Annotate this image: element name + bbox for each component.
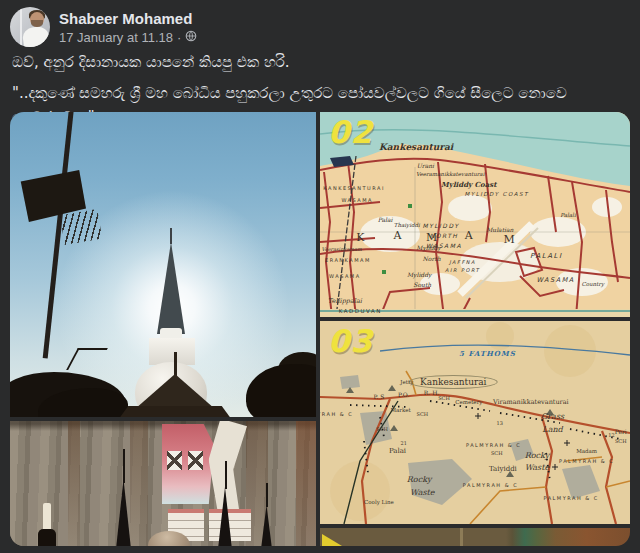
- map-label: WASAMA: [536, 276, 574, 284]
- map-label: Myliddy: [416, 244, 440, 251]
- map-label: Jetty: [400, 379, 413, 385]
- map-label: Palali: [560, 212, 575, 218]
- photo-map-02[interactable]: KankesanturaiUraniVeeramanikkatevanturai…: [320, 112, 630, 317]
- map-label: Urani: [417, 162, 434, 169]
- stupa-harmika: [149, 338, 195, 365]
- map-label: PALMYRAH & C: [543, 495, 598, 501]
- wall-streak: [68, 421, 80, 546]
- map-label: 12: [608, 432, 614, 438]
- map-label: 13: [497, 420, 503, 426]
- map-label: P.O.: [398, 391, 409, 398]
- map-label: 21: [401, 440, 407, 446]
- map-label: PALMYRAH & C: [463, 482, 518, 488]
- wall-streak: [130, 421, 148, 546]
- map-strip-line: [460, 528, 463, 546]
- map-label: Taiyiddi: [489, 465, 517, 473]
- map-label: MYLIDDY: [422, 221, 459, 228]
- map-label: M: [503, 233, 514, 246]
- map-label: A: [465, 229, 473, 242]
- map-label: Palai: [378, 215, 393, 222]
- map-label: Mulatian: [486, 225, 513, 232]
- map-label: Myliddy: [407, 270, 431, 277]
- map-label: SCH: [438, 395, 450, 401]
- map-label: Cooly Line: [364, 499, 394, 505]
- pagoda-roof-eave: [118, 406, 232, 417]
- antenna-silhouette: [66, 348, 108, 370]
- black-flag: [116, 479, 131, 546]
- map-label: 5 FATHOMS: [459, 349, 516, 358]
- post-header: Shabeer Mohamed 17 January at 11.18 ·: [10, 7, 197, 47]
- flag-pole: [123, 449, 125, 483]
- map-label: Rocky: [525, 450, 550, 459]
- map-label: Kankesanturai: [409, 375, 497, 389]
- author-name[interactable]: Shabeer Mohamed: [59, 9, 197, 28]
- map-label: Country: [582, 281, 605, 287]
- map-label: South: [413, 281, 431, 288]
- map-label: Myliddy Coast: [441, 179, 496, 188]
- map-label: PALALI: [530, 252, 562, 260]
- map-label: Cemetery: [455, 399, 482, 405]
- map-label: KADDUVAN: [339, 308, 382, 314]
- map-label: Madam: [576, 448, 597, 454]
- map-label: KANKESANTURAI: [323, 185, 385, 191]
- photo-map-03[interactable]: 5 FATHOMSKankesanturaiJettyP.O.R. H.P. S…: [320, 321, 630, 524]
- map-label: WASAMA: [329, 273, 361, 279]
- post-meta: 17 January at 11.18 ·: [59, 28, 197, 46]
- map-strip-yellow-wedge: [322, 534, 342, 546]
- white-post-base: [38, 529, 56, 546]
- map-label: SCH: [376, 426, 388, 432]
- map-label: PALMYRAH & C: [559, 458, 614, 464]
- photo-stupa-sun[interactable]: [10, 112, 316, 417]
- map-label: MYRAH & C: [320, 411, 353, 417]
- map-label: Thaiyiddi: [394, 222, 420, 228]
- wall-streak: [296, 421, 316, 546]
- map-label: JAFFNA: [449, 259, 476, 265]
- map-label: Veerasinkamam: [322, 246, 362, 252]
- avatar-photo-detail: [20, 7, 22, 47]
- post-text-line: ඔව්, අනුර දිසානායක යාපනේ කියපු එක හරි.: [12, 50, 628, 74]
- avatar[interactable]: [10, 7, 50, 47]
- map-label: Veeramanikkatevanturai: [416, 171, 484, 177]
- stupa-spire: [157, 242, 185, 334]
- map-label: AIR PORT: [445, 267, 480, 273]
- flag-pole: [266, 483, 268, 507]
- map-label: Peri: [615, 427, 627, 434]
- timestamp[interactable]: 17 January at 11.18: [59, 29, 173, 46]
- tree-silhouette: [246, 364, 316, 417]
- photo-map-strip[interactable]: [320, 528, 630, 546]
- meta-separator: ·: [177, 29, 181, 46]
- globe-icon: [185, 29, 197, 46]
- map03-number-badge: 03: [328, 323, 373, 359]
- map-label: M: [426, 231, 437, 244]
- map-label: SCH: [615, 438, 627, 444]
- ballot-x-mark: [167, 451, 182, 470]
- facebook-post: Shabeer Mohamed 17 January at 11.18 · ඔව…: [0, 0, 640, 553]
- map-label: P. S: [374, 393, 385, 400]
- map-label: Market: [390, 407, 410, 413]
- map-label: Palai: [389, 447, 406, 455]
- photo-collage: KankesanturaiUraniVeeramanikkatevanturai…: [10, 112, 630, 546]
- pole-mesh: [60, 209, 103, 245]
- map-label: Kankesanturai: [379, 142, 453, 152]
- map-label: R. H.: [424, 389, 439, 396]
- map02-number-badge: 02: [328, 114, 373, 150]
- map-label: K: [356, 231, 364, 244]
- map-label: SCH: [416, 411, 428, 417]
- avatar-photo-detail: [31, 20, 43, 27]
- map-label: ERANKAMAM: [325, 257, 371, 263]
- map-label: Tellippalai: [328, 297, 362, 305]
- map-label: PALMYRAH & C: [466, 442, 521, 448]
- avatar-photo-detail: [22, 25, 50, 47]
- map-label: WASAMA: [341, 197, 373, 203]
- ballot-x-mark: [188, 451, 203, 470]
- map-label: Land: [542, 424, 562, 433]
- map-label: North: [423, 254, 441, 261]
- map-label: SCH: [491, 450, 503, 456]
- map-label: Viramanikkatevanturai: [493, 398, 569, 406]
- map-label: Grass: [541, 412, 564, 421]
- map-label: Waste: [410, 487, 434, 496]
- map-label: Rocky: [407, 475, 432, 484]
- flag-pole: [225, 461, 227, 489]
- map-label: MYLIDDY COAST: [465, 191, 529, 197]
- photo-wall-posters[interactable]: [10, 421, 316, 546]
